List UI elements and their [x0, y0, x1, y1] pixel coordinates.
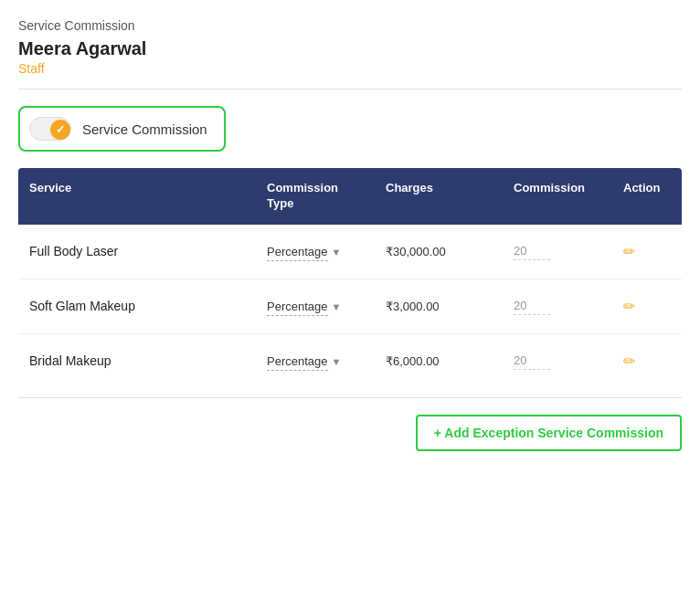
section-title: Service Commission — [18, 18, 682, 33]
edit-icon-1[interactable]: ✏ — [623, 299, 635, 314]
cell-commission-type-1[interactable]: Percentage ▼ — [256, 295, 375, 317]
staff-role: Staff — [18, 61, 682, 76]
cell-service-2: Bridal Makeup — [18, 350, 256, 372]
table-row: Full Body Laser Percentage ▼ ₹30,000.00 … — [18, 225, 682, 279]
cell-charges-2: ₹6,000.00 — [375, 351, 503, 372]
dropdown-arrow-icon-2: ▼ — [331, 356, 341, 367]
bottom-section: + Add Exception Service Commission — [18, 397, 682, 460]
cell-commission-0: 20 — [503, 239, 612, 264]
cell-action-2[interactable]: ✏ — [612, 349, 682, 374]
toggle-checkmark: ✓ — [56, 123, 65, 136]
dropdown-arrow-icon-1: ▼ — [331, 301, 341, 312]
service-commission-toggle-container[interactable]: ✓ Service Commission — [18, 106, 226, 152]
table-row: Bridal Makeup Percentage ▼ ₹6,000.00 20 … — [18, 334, 682, 388]
header-commission-type: Commission Type — [256, 168, 375, 225]
page-container: Service Commission Meera Agarwal Staff ✓… — [0, 0, 700, 479]
table-body: Full Body Laser Percentage ▼ ₹30,000.00 … — [18, 225, 682, 388]
edit-icon-0[interactable]: ✏ — [623, 244, 635, 259]
toggle-switch[interactable]: ✓ — [29, 117, 71, 141]
header-action: Action — [612, 168, 682, 225]
header-charges: Charges — [375, 168, 503, 225]
service-commission-table: Service Commission Type Charges Commissi… — [18, 168, 682, 388]
toggle-thumb: ✓ — [50, 120, 70, 140]
dropdown-arrow-icon-0: ▼ — [331, 247, 341, 258]
cell-action-0[interactable]: ✏ — [612, 239, 682, 264]
edit-icon-2[interactable]: ✏ — [623, 353, 635, 369]
header-service: Service — [18, 168, 256, 225]
divider — [18, 89, 682, 89]
cell-commission-1: 20 — [503, 294, 612, 319]
cell-charges-0: ₹30,000.00 — [375, 241, 503, 262]
header-commission: Commission — [503, 168, 612, 225]
add-exception-button[interactable]: + Add Exception Service Commission — [416, 415, 682, 451]
cell-service-0: Full Body Laser — [18, 240, 256, 262]
cell-commission-type-0[interactable]: Percentage ▼ — [256, 240, 375, 262]
table-row: Soft Glam Makeup Percentage ▼ ₹3,000.00 … — [18, 279, 682, 334]
cell-commission-2: 20 — [503, 349, 612, 374]
cell-charges-1: ₹3,000.00 — [375, 296, 503, 317]
cell-commission-type-2[interactable]: Percentage ▼ — [256, 350, 375, 372]
table-header: Service Commission Type Charges Commissi… — [18, 168, 682, 225]
toggle-track: ✓ — [29, 117, 71, 141]
cell-action-1[interactable]: ✏ — [612, 294, 682, 319]
staff-name: Meera Agarwal — [18, 38, 682, 59]
cell-service-1: Soft Glam Makeup — [18, 295, 256, 317]
toggle-label: Service Commission — [82, 121, 207, 137]
